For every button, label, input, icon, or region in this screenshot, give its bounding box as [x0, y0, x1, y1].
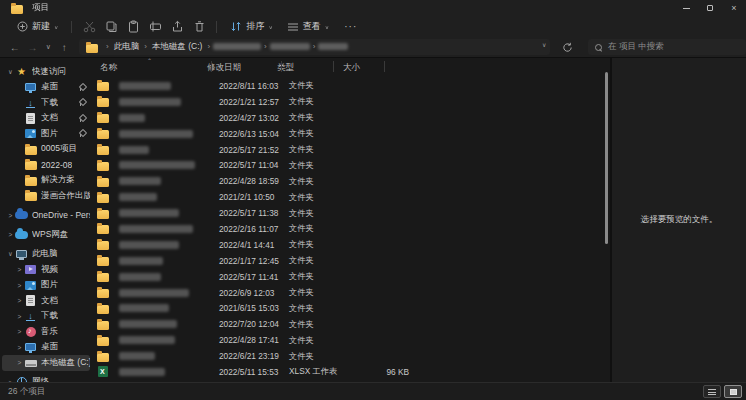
address-dropdown-icon[interactable]: ∨	[542, 41, 546, 48]
column-size[interactable]: 大小	[339, 62, 379, 74]
file-row[interactable]: 2022/5/17 11:41文件夹	[92, 269, 604, 285]
share-button[interactable]	[166, 18, 188, 36]
sidebar-item-快速访问[interactable]: ∨★快速访问	[2, 64, 90, 80]
details-view-button[interactable]	[703, 385, 721, 398]
sidebar-item-漫画合作出版[interactable]: 漫画合作出版	[2, 188, 90, 204]
recent-locations-button[interactable]: ∨	[41, 39, 55, 55]
forward-button[interactable]: →	[24, 39, 42, 55]
folder-icon	[96, 207, 109, 219]
file-type-cell: 文件夹	[285, 144, 351, 155]
file-row[interactable]: 2022/6/13 15:04文件夹	[92, 126, 604, 142]
view-button[interactable]: 查看 ∨	[280, 18, 336, 36]
file-name-censored	[119, 98, 181, 106]
sidebar-item-WPS网盘[interactable]: >WPS网盘	[2, 227, 90, 243]
sidebar-item-0005项目[interactable]: 0005项目	[2, 142, 90, 158]
folder-icon	[85, 41, 99, 53]
back-button[interactable]: ←	[6, 39, 24, 55]
paste-button[interactable]	[122, 18, 144, 36]
file-row[interactable]: 2021/2/1 10:50文件夹	[92, 189, 604, 205]
file-row[interactable]: 2022/5/17 11:04文件夹	[92, 157, 604, 173]
file-type-cell: 文件夹	[285, 160, 351, 171]
file-row[interactable]: 2022/5/17 11:38文件夹	[92, 205, 604, 221]
sidebar-item-解决方案[interactable]: 解决方案	[2, 173, 90, 189]
sidebar-item-下载[interactable]: ↓下载	[2, 95, 90, 111]
expand-chevron-icon[interactable]: >	[15, 344, 24, 351]
search-input[interactable]: 在 项目 中搜索	[588, 39, 746, 55]
file-row[interactable]: 2022/4/28 18:59文件夹	[92, 173, 604, 189]
more-options-button[interactable]: ···	[344, 21, 357, 32]
new-button[interactable]: 新建 ∨	[10, 18, 65, 36]
sidebar-item-OneDrive---Persona[interactable]: >OneDrive - Persona	[2, 208, 90, 224]
expand-chevron-icon[interactable]: >	[15, 328, 24, 335]
close-button[interactable]: ×	[722, 0, 746, 16]
expand-chevron-icon[interactable]: >	[15, 297, 24, 304]
refresh-button[interactable]	[558, 39, 576, 55]
breadcrumb[interactable]: ›此电脑›本地磁盘 (C:)››› ∨	[79, 39, 550, 55]
new-icon	[17, 21, 28, 32]
expand-chevron-icon[interactable]: >	[15, 313, 24, 320]
up-button[interactable]: ↑	[55, 39, 73, 55]
sidebar-item-图片[interactable]: >图片	[2, 278, 90, 294]
column-separator[interactable]	[384, 61, 385, 72]
copy-button[interactable]	[100, 18, 122, 36]
column-type[interactable]: 类型	[273, 62, 339, 74]
file-date-cell: 2022/4/1 14:41	[215, 240, 285, 250]
file-row[interactable]: 2022/8/11 16:03文件夹	[92, 78, 604, 94]
expand-chevron-icon[interactable]: >	[15, 282, 24, 289]
file-row[interactable]: 2022/4/28 17:41文件夹	[92, 332, 604, 348]
breadcrumb-item-censored[interactable]	[270, 43, 310, 50]
maximize-button[interactable]	[698, 0, 722, 16]
file-row[interactable]: 2022/1/17 12:45文件夹	[92, 253, 604, 269]
sidebar-item-此电脑[interactable]: ∨此电脑	[2, 247, 90, 263]
scrollbar[interactable]	[605, 72, 608, 302]
cut-button[interactable]	[78, 18, 100, 36]
scrollbar-thumb[interactable]	[605, 72, 608, 244]
sort-button[interactable]: 排序 ∨	[223, 18, 279, 36]
rename-button[interactable]	[144, 18, 166, 36]
sidebar-item-桌面[interactable]: 桌面	[2, 80, 90, 96]
file-row[interactable]: 2022/7/20 12:04文件夹	[92, 316, 604, 332]
sidebar-item-网络[interactable]: >网络	[2, 375, 90, 383]
file-row[interactable]: 2022/4/1 14:41文件夹	[92, 237, 604, 253]
expand-chevron-icon[interactable]: >	[15, 359, 24, 366]
file-row[interactable]: 2022/1/21 12:57文件夹	[92, 94, 604, 110]
file-row[interactable]: 2022/5/17 21:52文件夹	[92, 142, 604, 158]
breadcrumb-item[interactable]: 本地磁盘 (C:)	[150, 41, 205, 51]
expand-chevron-icon[interactable]: >	[6, 231, 15, 238]
breadcrumb-item[interactable]: 此电脑	[112, 41, 142, 51]
file-row[interactable]: 2022/5/11 15:53XLSX 工作表96 KB	[92, 364, 604, 380]
expand-chevron-icon[interactable]: ∨	[6, 250, 15, 258]
file-name-cell	[96, 223, 215, 235]
expand-chevron-icon[interactable]: >	[15, 266, 24, 273]
column-date-modified[interactable]: 修改日期	[203, 62, 273, 74]
expand-chevron-icon[interactable]: >	[6, 212, 15, 219]
file-row[interactable]: 2022/2/16 11:07文件夹	[92, 221, 604, 237]
sidebar-item-本地磁盘-(C:)[interactable]: >本地磁盘 (C:)	[2, 355, 90, 371]
file-row[interactable]: 2021/6/15 15:03文件夹	[92, 300, 604, 316]
breadcrumb-item-censored[interactable]	[318, 43, 348, 50]
file-row[interactable]: 2022/6/21 23:19文件夹	[92, 348, 604, 364]
breadcrumb-item-censored[interactable]	[213, 43, 261, 50]
sidebar-item-文档[interactable]: >文档	[2, 293, 90, 309]
file-name-cell	[96, 191, 215, 203]
large-icons-view-button[interactable]	[724, 385, 742, 398]
expand-chevron-icon[interactable]: ∨	[6, 68, 15, 76]
explorer-tab[interactable]: 项目	[0, 0, 59, 16]
column-separator[interactable]	[211, 61, 212, 72]
delete-button[interactable]	[188, 18, 210, 36]
sidebar-item-label: 桌面	[41, 341, 58, 353]
pic-icon	[24, 279, 37, 291]
column-separator[interactable]	[333, 61, 334, 72]
sidebar-item-视频[interactable]: >视频	[2, 262, 90, 278]
sidebar-item-下载[interactable]: >↓下载	[2, 309, 90, 325]
file-row[interactable]: 2022/6/9 12:03文件夹	[92, 285, 604, 301]
sidebar-item-桌面[interactable]: >桌面	[2, 340, 90, 356]
sidebar-item-图片[interactable]: 图片	[2, 126, 90, 142]
sidebar-item-2022-08[interactable]: 2022-08	[2, 157, 90, 173]
minimize-button[interactable]	[674, 0, 698, 16]
file-row[interactable]: 2022/4/27 13:02文件夹	[92, 110, 604, 126]
file-type-cell: 文件夹	[285, 303, 351, 314]
sidebar-item-文档[interactable]: 文档	[2, 111, 90, 127]
sidebar-item-音乐[interactable]: >音乐	[2, 324, 90, 340]
column-separator[interactable]	[281, 61, 282, 72]
